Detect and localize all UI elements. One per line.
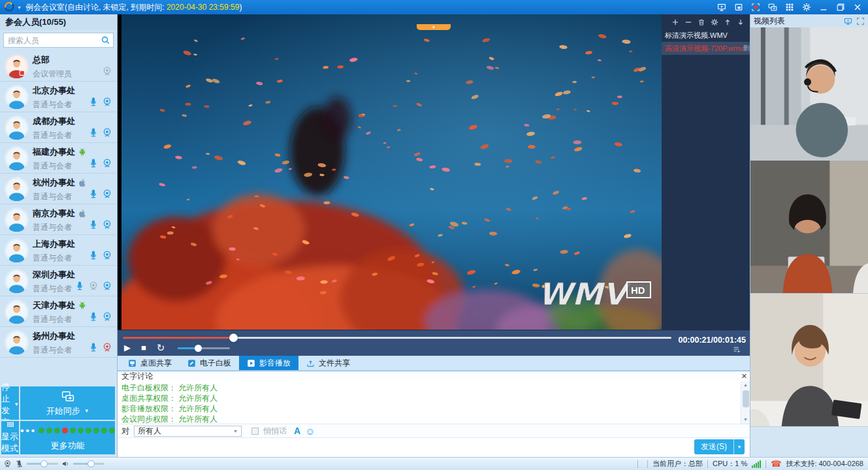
scroll-track[interactable] <box>743 389 749 416</box>
playing-video[interactable]: WMV HD <box>121 14 662 330</box>
mic-icon[interactable] <box>88 219 99 230</box>
playlist-item-2[interactable]: 高清演示视频-720P.wmv删除 <box>662 42 750 55</box>
participant-row-1[interactable]: 总部 会议管理员 <box>0 51 117 82</box>
seek-bar[interactable] <box>123 337 671 339</box>
apps-grid-icon[interactable] <box>784 2 795 13</box>
chat-input-area[interactable]: 发送(S) ▼ <box>118 438 750 457</box>
scroll-up-icon[interactable]: ▲ <box>743 381 748 389</box>
speaker-icon[interactable] <box>61 460 70 468</box>
send-options-caret[interactable]: ▼ <box>733 439 745 454</box>
mic-icon[interactable] <box>88 311 99 322</box>
camera-icon[interactable] <box>102 219 112 230</box>
recipient-select[interactable]: 所有人 ▼ <box>134 426 242 437</box>
emoji-button[interactable]: ☺ <box>305 426 315 437</box>
settings-icon[interactable] <box>711 18 718 26</box>
participant-row-10[interactable]: 扬州办事处 普通与会者 <box>0 327 117 358</box>
camera-icon[interactable] <box>102 281 112 291</box>
avatar <box>5 300 29 324</box>
tab-label: 文件共享 <box>319 358 350 369</box>
screen-broadcast-icon[interactable] <box>716 2 727 13</box>
mic-icon[interactable] <box>88 250 99 260</box>
layout-grid-button[interactable]: 显示模式 <box>1 421 19 454</box>
mic-muted-icon[interactable] <box>15 460 24 468</box>
stop-button[interactable]: ■ <box>141 343 146 352</box>
select-caret-icon: ▼ <box>233 429 238 433</box>
participant-name: 北京办事处 <box>33 85 75 97</box>
participant-row-5[interactable]: 杭州办事处 普通与会者 <box>0 174 117 204</box>
camera-icon[interactable] <box>102 342 112 352</box>
sync-screens-button[interactable]: 开始同步▼ <box>20 386 115 420</box>
platform-icon-slot <box>78 209 87 219</box>
close-icon[interactable] <box>852 2 863 13</box>
camera-icon[interactable] <box>102 311 112 322</box>
record-icon[interactable] <box>750 2 761 13</box>
video-thumbnail-3[interactable] <box>750 294 868 427</box>
tab-file-share[interactable]: 文件共享 <box>298 356 358 370</box>
participant-status-icons <box>88 127 112 138</box>
participant-row-2[interactable]: 北京办事处 普通与会者 <box>0 82 117 112</box>
delete-icon[interactable] <box>698 18 705 26</box>
participant-row-6[interactable]: 南京办事处 普通与会者 <box>0 204 117 235</box>
webcam-icon[interactable] <box>3 460 12 468</box>
whisper-checkbox[interactable] <box>251 428 259 435</box>
camera-icon[interactable] <box>102 189 112 199</box>
tab-media-play[interactable]: 影音播放 <box>239 356 298 370</box>
camera-icon[interactable] <box>102 97 112 107</box>
chat-close-icon[interactable]: ✕ <box>741 371 747 381</box>
participant-row-7[interactable]: 上海办事处 普通与会者 <box>0 235 117 266</box>
tab-desktop-share[interactable]: 桌面共享 <box>120 356 180 370</box>
search-icon[interactable] <box>101 35 110 45</box>
play-button[interactable]: ▶ <box>124 343 131 352</box>
add-icon[interactable] <box>671 18 679 26</box>
participant-row-8[interactable]: 深圳办事处 普通与会者 <box>0 266 117 296</box>
mic-icon[interactable] <box>74 281 85 291</box>
participant-row-9[interactable]: 天津办事处 普通与会者 <box>0 296 117 327</box>
send-button[interactable]: 发送(S) ▼ <box>694 439 745 454</box>
move-down-icon[interactable] <box>737 18 745 26</box>
maximize-icon[interactable] <box>835 2 846 13</box>
settings-icon[interactable] <box>801 2 812 13</box>
mic-volume-handle[interactable] <box>40 460 48 467</box>
video-thumbnail-1[interactable] <box>750 27 868 161</box>
mic-icon[interactable] <box>88 189 99 199</box>
camera-icon[interactable] <box>88 281 99 291</box>
font-style-button[interactable]: A <box>294 426 300 436</box>
participant-row-3[interactable]: 成都办事处 普通与会者 <box>0 112 117 143</box>
player-volume-slider[interactable] <box>178 347 230 349</box>
window-mode-icon[interactable] <box>733 2 744 13</box>
participant-row-4[interactable]: 福建办事处 普通与会者 <box>0 143 117 174</box>
tab-whiteboard[interactable]: 电子白板 <box>180 356 239 370</box>
svg-text:HD: HD <box>631 285 645 296</box>
seek-handle[interactable] <box>229 334 238 342</box>
search-input[interactable] <box>4 33 113 47</box>
mic-icon[interactable] <box>88 342 99 352</box>
playlist-item-1[interactable]: 标清演示视频.WMV <box>662 29 750 42</box>
mic-icon[interactable] <box>88 127 99 138</box>
camera-icon[interactable] <box>102 158 112 168</box>
speaker-volume-handle[interactable] <box>88 460 95 467</box>
speaker-volume-slider[interactable] <box>73 463 104 465</box>
loop-button[interactable]: ↻ <box>157 343 165 352</box>
video-mode-icon[interactable] <box>844 17 852 25</box>
mic-icon[interactable] <box>88 158 99 168</box>
playlist-toggle-icon[interactable] <box>732 345 742 354</box>
chat-scrollbar[interactable]: ▲ ▼ <box>741 381 750 424</box>
mic-muted-button[interactable]: 停止发言▼ <box>1 386 19 420</box>
scroll-thumb[interactable] <box>743 390 749 407</box>
panel-collapse-handle[interactable]: ▼ <box>417 24 451 30</box>
mic-volume-slider[interactable] <box>27 463 58 465</box>
camera-icon[interactable] <box>102 127 112 138</box>
remove-icon[interactable] <box>684 18 692 26</box>
camera-icon[interactable] <box>102 66 112 76</box>
mic-icon[interactable] <box>88 97 99 107</box>
volume-handle[interactable] <box>195 345 202 352</box>
move-up-icon[interactable] <box>724 18 731 26</box>
more-ellipsis-button[interactable]: •••更多功能 <box>20 421 115 454</box>
chevron-down-icon[interactable]: ▼ <box>17 5 22 10</box>
sync-screens-icon[interactable] <box>767 2 778 13</box>
minimize-icon[interactable] <box>818 2 829 13</box>
camera-icon[interactable] <box>102 250 112 260</box>
video-thumbnail-2[interactable] <box>750 161 868 294</box>
expand-panel-icon[interactable] <box>856 17 865 25</box>
scroll-down-icon[interactable]: ▼ <box>743 416 748 424</box>
